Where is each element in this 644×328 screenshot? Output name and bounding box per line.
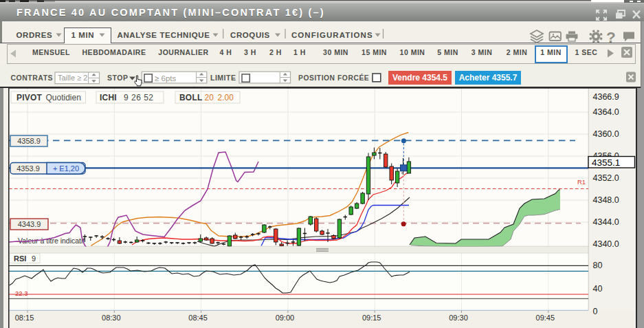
svg-text:Taille ≥ 2: Taille ≥ 2 [58, 74, 87, 82]
svg-text:≥ 6pts: ≥ 6pts [155, 74, 176, 83]
